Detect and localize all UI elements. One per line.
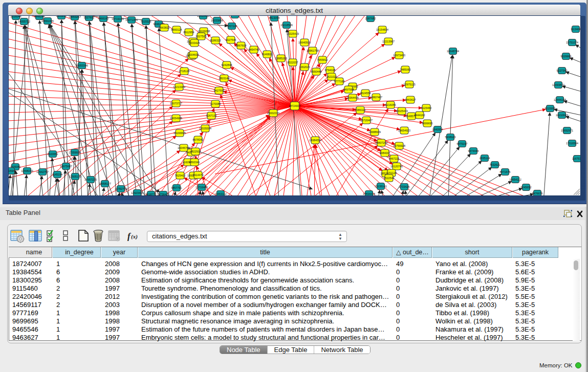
svg-text:10719155: 10719155 bbox=[112, 17, 124, 20]
svg-text:1527602: 1527602 bbox=[84, 16, 95, 19]
svg-text:1467221: 1467221 bbox=[389, 157, 400, 160]
svg-text:10756928: 10756928 bbox=[393, 144, 405, 147]
svg-text:12444158: 12444158 bbox=[554, 98, 566, 101]
svg-text:14055712: 14055712 bbox=[18, 20, 30, 23]
svg-text:16782759: 16782759 bbox=[115, 187, 127, 190]
svg-text:15885203: 15885203 bbox=[275, 57, 287, 60]
svg-text:1145194: 1145194 bbox=[52, 173, 63, 176]
svg-text:15751074: 15751074 bbox=[566, 41, 578, 44]
svg-text:8444162: 8444162 bbox=[415, 114, 425, 117]
svg-text:7485063: 7485063 bbox=[400, 68, 411, 71]
svg-text:10653267: 10653267 bbox=[69, 16, 81, 18]
svg-text:3915941: 3915941 bbox=[9, 169, 16, 172]
svg-text:1621022: 1621022 bbox=[326, 75, 337, 78]
svg-text:19654985: 19654985 bbox=[170, 117, 182, 120]
svg-text:4822913: 4822913 bbox=[190, 150, 201, 153]
svg-text:10975687: 10975687 bbox=[60, 165, 72, 168]
svg-text:7625402: 7625402 bbox=[175, 174, 186, 177]
svg-text:6879197: 6879197 bbox=[457, 142, 468, 145]
svg-text:12213967: 12213967 bbox=[382, 40, 395, 43]
svg-text:10654112: 10654112 bbox=[509, 178, 521, 181]
svg-text:6466160: 6466160 bbox=[98, 17, 109, 20]
svg-text:9857791: 9857791 bbox=[171, 186, 182, 189]
svg-text:19166825: 19166825 bbox=[173, 132, 186, 135]
svg-text:7663822: 7663822 bbox=[159, 26, 170, 29]
svg-text:9699695: 9699695 bbox=[422, 122, 433, 125]
svg-text:(x): (x) bbox=[131, 233, 138, 240]
svg-text:9777169: 9777169 bbox=[334, 80, 345, 83]
svg-text:1955217: 1955217 bbox=[56, 16, 67, 17]
svg-text:8660124: 8660124 bbox=[171, 28, 182, 31]
svg-text:12923446: 12923446 bbox=[131, 191, 143, 194]
svg-text:16154834: 16154834 bbox=[376, 28, 388, 31]
svg-text:12213369: 12213369 bbox=[173, 85, 185, 89]
svg-text:8215955: 8215955 bbox=[545, 107, 556, 110]
svg-text:12975115: 12975115 bbox=[403, 83, 416, 86]
svg-text:9618771: 9618771 bbox=[146, 193, 157, 195]
svg-text:9794028: 9794028 bbox=[325, 69, 336, 72]
svg-text:8186323: 8186323 bbox=[210, 39, 221, 42]
svg-text:16120746: 16120746 bbox=[390, 165, 403, 168]
svg-text:12416458: 12416458 bbox=[197, 16, 209, 17]
svg-text:10463112: 10463112 bbox=[214, 192, 227, 195]
svg-text:9474444: 9474444 bbox=[468, 149, 479, 152]
svg-text:12093872: 12093872 bbox=[552, 83, 564, 86]
svg-text:8471676: 8471676 bbox=[500, 170, 511, 173]
svg-text:8990448: 8990448 bbox=[311, 70, 322, 73]
svg-text:23002333: 23002333 bbox=[267, 112, 279, 115]
svg-text:7386322: 7386322 bbox=[355, 108, 366, 112]
svg-text:9245652: 9245652 bbox=[521, 186, 532, 189]
svg-text:10807487: 10807487 bbox=[370, 96, 382, 99]
svg-text:1733426: 1733426 bbox=[399, 185, 410, 188]
svg-text:10025433: 10025433 bbox=[396, 110, 408, 113]
svg-text:2867608: 2867608 bbox=[236, 44, 247, 47]
svg-text:16033809: 16033809 bbox=[211, 19, 223, 22]
svg-text:20364436: 20364436 bbox=[346, 96, 359, 99]
svg-text:9227343: 9227343 bbox=[557, 69, 568, 72]
svg-text:6216055: 6216055 bbox=[385, 103, 396, 106]
svg-text:8912954: 8912954 bbox=[184, 31, 194, 34]
svg-text:6497568: 6497568 bbox=[343, 88, 354, 91]
svg-text:9115460: 9115460 bbox=[421, 106, 432, 110]
svg-text:1362615: 1362615 bbox=[299, 65, 310, 69]
svg-text:2316048: 2316048 bbox=[11, 16, 21, 18]
svg-text:8454749: 8454749 bbox=[249, 48, 259, 51]
svg-text:15136141: 15136141 bbox=[375, 185, 387, 188]
svg-text:4893341: 4893341 bbox=[189, 161, 200, 164]
svg-text:17834418: 17834418 bbox=[363, 192, 375, 195]
svg-text:13535594: 13535594 bbox=[199, 127, 211, 130]
svg-text:9327546: 9327546 bbox=[226, 38, 236, 41]
svg-text:7357224: 7357224 bbox=[227, 25, 237, 28]
svg-text:19218506: 19218506 bbox=[280, 24, 293, 27]
svg-text:2087682: 2087682 bbox=[365, 17, 376, 20]
svg-text:15692971: 15692971 bbox=[561, 129, 573, 132]
svg-text:13736425: 13736425 bbox=[157, 193, 169, 195]
svg-text:9146821: 9146821 bbox=[262, 53, 273, 56]
svg-text:9333425: 9333425 bbox=[189, 41, 200, 45]
svg-text:9084007: 9084007 bbox=[380, 151, 390, 155]
svg-text:2522544: 2522544 bbox=[384, 177, 395, 180]
svg-text:17957225: 17957225 bbox=[84, 178, 97, 181]
svg-text:8848144: 8848144 bbox=[34, 16, 45, 18]
svg-text:12505135: 12505135 bbox=[69, 175, 81, 178]
svg-text:16210643: 16210643 bbox=[556, 114, 568, 117]
svg-text:1151124: 1151124 bbox=[386, 171, 397, 174]
svg-text:18807249: 18807249 bbox=[375, 141, 387, 144]
svg-text:9327505: 9327505 bbox=[196, 35, 207, 38]
svg-text:9463627: 9463627 bbox=[405, 98, 416, 101]
svg-text:2803144: 2803144 bbox=[219, 77, 230, 80]
svg-text:8813054: 8813054 bbox=[269, 16, 280, 19]
svg-text:20053346: 20053346 bbox=[76, 64, 88, 67]
svg-text:10688609: 10688609 bbox=[368, 130, 381, 134]
svg-text:20691406: 20691406 bbox=[41, 19, 54, 23]
svg-text:8476676: 8476676 bbox=[532, 192, 543, 195]
svg-text:15716485: 15716485 bbox=[195, 186, 208, 189]
svg-text:15325419: 15325419 bbox=[287, 32, 299, 35]
svg-text:19384554: 19384554 bbox=[309, 139, 321, 142]
svg-text:1167533: 1167533 bbox=[572, 157, 580, 160]
svg-text:15720407: 15720407 bbox=[360, 119, 373, 122]
svg-text:18724007: 18724007 bbox=[289, 104, 301, 107]
svg-text:9329966: 9329966 bbox=[561, 55, 572, 58]
svg-text:7955812: 7955812 bbox=[317, 58, 328, 61]
svg-text:2020651: 2020651 bbox=[48, 152, 58, 156]
